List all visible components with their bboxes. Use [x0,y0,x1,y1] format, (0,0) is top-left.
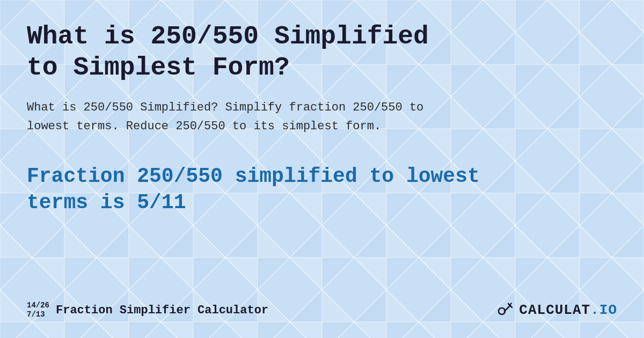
fraction-bottom: 7/13 [27,310,45,319]
svg-line-10 [509,303,511,305]
logo: CALCULAT.IO [495,298,617,322]
svg-line-8 [504,305,510,311]
description-text: What is 250/550 Simplified? Simplify fra… [27,98,435,136]
calculator-icon [495,298,515,322]
fraction-top: 14/26 [27,301,49,310]
result-text: Fraction 250/550 simplified to lowest te… [27,163,510,216]
logo-text: CALCULAT.IO [519,302,617,318]
page-title: What is 250/550 Simplified to Simplest F… [27,21,445,83]
fraction-stack: 14/26 7/13 [27,301,49,319]
footer-title: Fraction Simplifier Calculator [56,304,268,317]
